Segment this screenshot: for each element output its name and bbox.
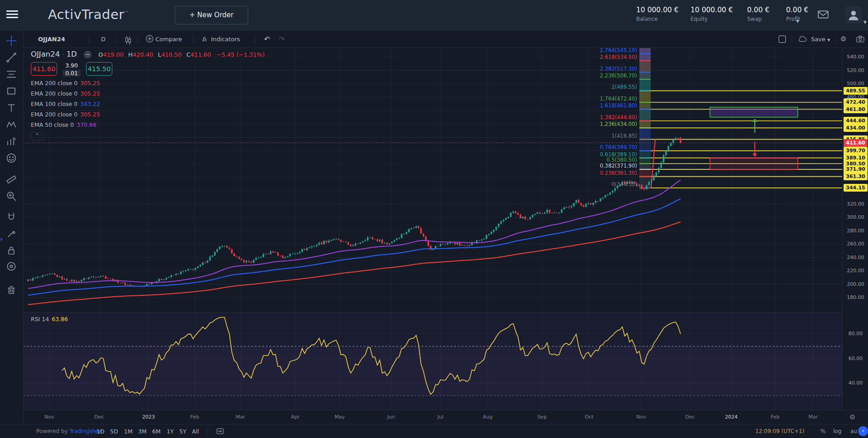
price-tick: 520.00 [843, 67, 868, 73]
zoom-in-tool-icon[interactable] [6, 191, 18, 202]
avatar[interactable] [845, 6, 862, 24]
legend-symbol: OJJan24 [31, 50, 60, 58]
svg-text:2.764(545.10): 2.764(545.10) [600, 48, 637, 53]
indicator-row[interactable]: EMA 200 close 0305.25 [31, 111, 265, 119]
log-scale-button[interactable]: log [833, 428, 841, 434]
trendline-tool-icon[interactable] [6, 52, 18, 64]
new-order-button[interactable]: + New Order [175, 6, 248, 24]
fib-tool-icon[interactable] [6, 69, 18, 81]
price-tick: 240.00 [843, 255, 868, 260]
fib-level-badge: 361.30 [844, 173, 868, 180]
indicator-row[interactable]: EMA 100 close 0343.22 [31, 101, 265, 109]
hide-series-icon[interactable]: − [84, 51, 91, 58]
drawing-mode-tool-icon[interactable] [6, 228, 18, 240]
rsi-tick: 80.00 [843, 331, 868, 337]
goto-date-icon[interactable] [216, 428, 224, 436]
remove-drawings-icon[interactable] [6, 284, 18, 296]
range-3m[interactable]: 3M [138, 428, 147, 435]
range-1y[interactable]: 1Y [167, 428, 174, 435]
price-axis[interactable]: 540.00520.00500.00480.00320.00300.00280.… [842, 48, 868, 410]
fib-level-badge: 434.00 [844, 124, 868, 132]
svg-text:2.618(534.50): 2.618(534.50) [600, 54, 637, 60]
price-tick: 320.00 [843, 201, 868, 207]
undo-icon[interactable]: ↶ [264, 31, 270, 48]
panel-expand-chevron[interactable]: › [0, 235, 3, 243]
spread-points: 3.90 [62, 62, 81, 69]
rsi-legend[interactable]: RSI 1463.86 [31, 316, 68, 322]
time-tick: Aug [483, 414, 492, 420]
fib-level-badge: 489.55 [844, 87, 868, 95]
indicators-button[interactable]: fx Indicators [202, 31, 240, 48]
mail-icon[interactable] [818, 10, 829, 21]
price-tick: 540.00 [843, 54, 868, 60]
price-tick: 200.00 [843, 281, 868, 287]
measure-tool-icon[interactable] [6, 174, 18, 186]
buy-button[interactable]: 415.50 [86, 62, 112, 76]
chart-style-icon[interactable] [124, 34, 133, 43]
collapse-legend-button[interactable]: ^ [31, 132, 43, 140]
shapes-tool-icon[interactable] [6, 86, 18, 97]
sell-button[interactable]: 411.60 [31, 62, 57, 76]
time-tick: 2023 [142, 414, 155, 420]
camera-icon[interactable] [856, 35, 864, 45]
hide-drawings-icon[interactable] [6, 261, 18, 273]
time-axis[interactable]: ⚙ NovDec2023FebMarAprMayJunJulAugSepOctN… [0, 410, 868, 424]
time-tick: Feb [771, 414, 779, 420]
svg-text:1.382(444.60): 1.382(444.60) [600, 114, 637, 120]
redo-icon[interactable]: ↷ [279, 31, 285, 48]
svg-text:2(489.55): 2(489.55) [611, 84, 637, 90]
compare-button[interactable]: Compare [146, 31, 182, 48]
layout-select-icon[interactable] [778, 35, 786, 45]
indicator-row[interactable]: EMA 50 close 0370.66 [31, 121, 265, 130]
powered-by: Powered by TradingView [36, 428, 102, 434]
interval-button[interactable]: D [101, 31, 106, 48]
account-dropdown-caret[interactable]: ▼ [796, 19, 799, 24]
time-tick: Dec [94, 414, 104, 420]
drawing-toolbar [0, 31, 24, 438]
auto-scale-button[interactable]: au [850, 428, 857, 434]
ema-200-line [28, 222, 681, 305]
percent-scale-button[interactable]: % [820, 428, 825, 434]
scroll-left-chevron[interactable]: ‹ [858, 426, 868, 436]
avatar-dropdown-caret[interactable]: ▼ [863, 20, 867, 24]
range-6m[interactable]: 6M [152, 428, 161, 435]
clock[interactable]: 12:09:09 (UTC+1) [755, 428, 805, 434]
indicator-row[interactable]: EMA 200 close 0305.25 [31, 90, 265, 98]
chart-legend: OJJan24 · 1D − O419.00 H420.40 L410.50 C… [31, 50, 265, 140]
symbol-button[interactable]: OJJAN24 [38, 31, 65, 48]
range-1m[interactable]: 1M [124, 428, 133, 435]
emoji-tool-icon[interactable] [6, 153, 18, 164]
time-tick: May [335, 414, 345, 420]
svg-text:1.618(461.80): 1.618(461.80) [600, 102, 637, 109]
balance-block: 10 000.00 € Balance [636, 6, 679, 22]
range-5d[interactable]: 5D [110, 428, 118, 435]
crosshair-tool-icon[interactable] [6, 35, 18, 47]
top-bar: ActivTrader™ + New Order 10 000.00 € Bal… [0, 0, 868, 31]
swap-value: 0.00 € [747, 6, 769, 14]
time-tick: Mar [809, 414, 818, 420]
symbol-legend-row[interactable]: OJJan24 · 1D − O419.00 H420.40 L410.50 C… [31, 50, 265, 58]
range-5y[interactable]: 5Y [179, 428, 187, 435]
time-tick: 2024 [725, 414, 738, 420]
settings-gear-icon[interactable]: ⚙ [840, 35, 846, 43]
text-tool-icon[interactable] [6, 102, 18, 114]
save-button[interactable]: Save ▼ [798, 31, 830, 48]
fib-level-badge: 472.40 [844, 98, 868, 106]
indicator-row[interactable]: EMA 200 close 0305.25 [31, 80, 265, 88]
svg-text:0.382(371.90): 0.382(371.90) [600, 163, 637, 169]
forecast-tool-icon[interactable] [6, 136, 18, 148]
price-tick: 280.00 [843, 228, 868, 234]
svg-text:0(344.15): 0(344.15) [611, 181, 637, 188]
magnet-tool-icon[interactable] [6, 212, 18, 223]
price-tick: 260.00 [843, 241, 868, 247]
time-tick: Jul [437, 414, 443, 420]
axis-settings-gear-icon[interactable]: ⚙ [849, 413, 855, 421]
range-1d[interactable]: 1D [96, 428, 105, 435]
equity-value: 10 000.00 € [691, 6, 733, 14]
lock-drawings-icon[interactable] [6, 245, 18, 257]
time-tick: Dec [685, 414, 695, 420]
range-all[interactable]: All [192, 428, 199, 435]
menu-icon[interactable] [6, 10, 18, 19]
pattern-tool-icon[interactable] [6, 119, 18, 131]
time-tick: Nov [44, 414, 54, 420]
